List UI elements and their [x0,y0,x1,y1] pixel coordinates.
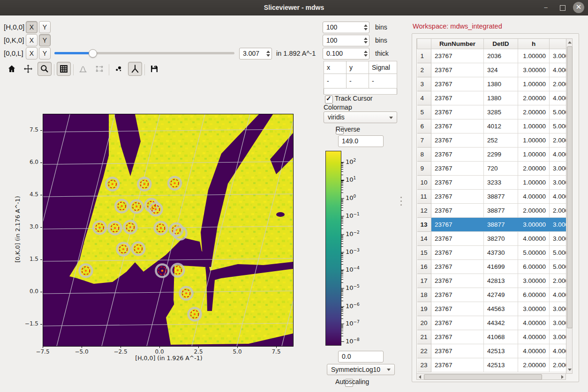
row-number[interactable]: 3 [417,77,431,91]
cell-detid[interactable]: 42749 [484,288,518,302]
cell-runnumber[interactable]: 23767 [431,148,484,162]
table-vertical-scrollbar[interactable] [566,38,573,374]
cell-k[interactable]: 4.000 [550,91,567,105]
zoom-icon[interactable] [38,62,52,76]
dim-00l-y-button[interactable]: Y [39,47,51,59]
cell-h[interactable]: 4.00000 [518,344,550,358]
cell-detid[interactable]: 324 [484,63,518,77]
cell-runnumber[interactable]: 23767 [431,274,484,288]
row-number[interactable]: 4 [417,91,431,105]
cell-detid[interactable]: 44563 [484,302,518,316]
table-row[interactable]: 3 23767 1380 1.00000 2.000 [417,77,567,91]
cell-k[interactable]: 2.000 [550,204,567,218]
cell-h[interactable]: 4.00000 [518,316,550,330]
table-row[interactable]: 1 23767 2036 1.00000 3.000 [417,49,567,63]
cell-detid[interactable]: 720 [484,162,518,176]
cell-h[interactable]: 1.00000 [518,119,550,133]
runnumber-header[interactable]: RunNumber [431,39,484,49]
cell-detid[interactable]: 41699 [484,260,518,274]
cell-detid[interactable]: 2299 [484,148,518,162]
cell-runnumber[interactable]: 23767 [431,344,484,358]
table-row[interactable]: 10 23767 3233 1.00000 3.000 [417,176,567,190]
cell-detid[interactable]: 3233 [484,176,518,190]
cell-h[interactable]: 3.00000 [518,63,550,77]
cell-h[interactable]: 5.00000 [518,246,550,260]
cell-h[interactable]: 6.00000 [518,288,550,302]
table-row[interactable]: 9 23767 720 2.00000 3.000 [417,162,567,176]
table-row[interactable]: 6 23767 4012 1.00000 5.000 [417,119,567,133]
cell-h[interactable]: 2.00000 [518,204,550,218]
cell-k[interactable]: 3.000 [550,302,567,316]
cell-h[interactable]: 4.00000 [518,190,550,204]
row-number[interactable]: 12 [417,204,431,218]
row-number[interactable]: 8 [417,148,431,162]
cell-k[interactable]: 4.000 [550,148,567,162]
nonorthogonal-axes-icon[interactable] [128,62,142,76]
scale-select[interactable]: SymmetricLog10 [327,364,395,375]
colormap-select[interactable]: viridis [324,111,397,123]
cell-detid[interactable]: 38877 [484,204,518,218]
row-number[interactable]: 17 [417,274,431,288]
cell-k[interactable]: 2.000 [550,77,567,91]
cell-detid[interactable]: 4012 [484,119,518,133]
row-number[interactable]: 23 [417,358,431,372]
row-number[interactable]: 20 [417,316,431,330]
cell-detid[interactable]: 42513 [484,344,518,358]
cell-detid[interactable]: 43730 [484,246,518,260]
maximize-icon[interactable] [558,3,567,12]
cell-k[interactable]: 4.000 [550,190,567,204]
cell-detid[interactable]: 1380 [484,77,518,91]
table-row[interactable]: 4 23767 1380 2.00000 4.000 [417,91,567,105]
table-row[interactable]: 20 23767 44342 4.00000 3.000 [417,316,567,330]
row-number[interactable]: 21 [417,330,431,344]
cell-h[interactable]: 2.00000 [518,105,550,119]
cell-k[interactable]: 5.000 [550,246,567,260]
dim-slider-handle[interactable] [89,49,97,58]
cell-detid[interactable]: 38877 [484,190,518,204]
cell-h[interactable]: 3.00000 [518,218,550,232]
table-row[interactable]: 15 23767 43730 5.00000 5.000 [417,246,567,260]
cell-h[interactable]: 3.00000 [518,274,550,288]
detid-header[interactable]: DetID [484,39,518,49]
row-number[interactable]: 9 [417,162,431,176]
table-row[interactable]: 2 23767 324 3.00000 4.000 [417,63,567,77]
cell-h[interactable]: 1.00000 [518,133,550,148]
cell-runnumber[interactable]: 23767 [431,316,484,330]
dim-h00-y-button[interactable]: Y [39,21,51,33]
cell-runnumber[interactable]: 23767 [431,49,484,63]
cell-detid[interactable]: 252 [484,133,518,148]
save-icon[interactable] [147,62,161,76]
cell-runnumber[interactable]: 23767 [431,190,484,204]
grid-icon[interactable] [57,62,71,76]
table-row[interactable]: 23 23767 42513 2.00000 2.000 [417,358,567,372]
table-row[interactable]: 14 23767 38270 4.00000 3.000 [417,232,567,246]
cell-detid[interactable]: 41068 [484,330,518,344]
table-row[interactable]: 18 23767 42749 6.00000 4.000 [417,288,567,302]
cell-detid[interactable]: 42813 [484,274,518,288]
pan-icon[interactable] [21,62,35,76]
dim-0k0-y-button[interactable]: Y [39,34,51,46]
cell-runnumber[interactable]: 23767 [431,260,484,274]
row-number[interactable]: 13 [417,218,431,232]
cell-h[interactable]: 1.00000 [518,176,550,190]
cell-h[interactable]: 4.00000 [518,330,550,344]
cell-detid[interactable]: 38270 [484,232,518,246]
cell-runnumber[interactable]: 23767 [431,63,484,77]
cell-k[interactable]: 3.000 [550,218,567,232]
cell-k[interactable]: 2.000 [550,133,567,148]
cell-h[interactable]: 2.00000 [518,91,550,105]
cell-h[interactable]: 4.00000 [518,232,550,246]
table-row[interactable]: 13 23767 38877 3.00000 3.000 [417,218,567,232]
row-number[interactable]: 10 [417,176,431,190]
cell-h[interactable]: 6.00000 [518,260,550,274]
cell-runnumber[interactable]: 23767 [431,232,484,246]
table-row[interactable]: 16 23767 41699 6.00000 5.000 [417,260,567,274]
cell-k[interactable]: 2.000 [550,274,567,288]
cell-runnumber[interactable]: 23767 [431,218,484,232]
cell-k[interactable]: 2.000 [550,358,567,372]
cell-runnumber[interactable]: 23767 [431,246,484,260]
cell-runnumber[interactable]: 23767 [431,77,484,91]
row-number[interactable]: 22 [417,344,431,358]
minimize-icon[interactable]: – [541,3,550,12]
home-icon[interactable] [5,62,19,76]
